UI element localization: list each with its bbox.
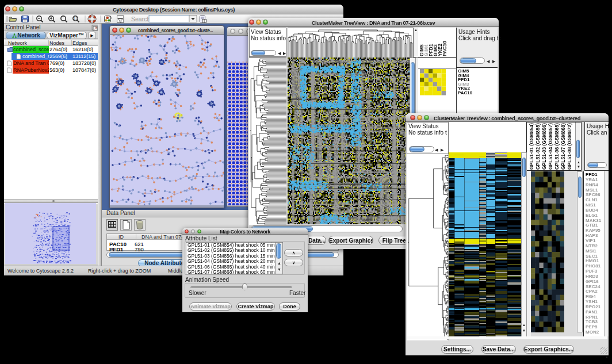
- svg-text:1:1: 1:1: [74, 17, 78, 20]
